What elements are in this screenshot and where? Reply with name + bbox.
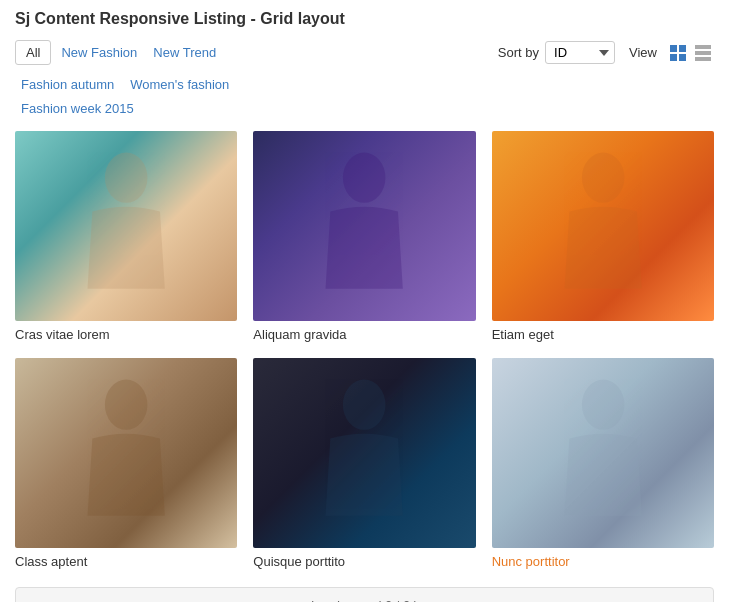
filter-tags-row1: All New Fashion New Trend <box>15 40 498 65</box>
item-image-4 <box>15 358 237 548</box>
svg-rect-4 <box>695 45 711 49</box>
filter-fashion-autumn[interactable]: Fashion autumn <box>15 73 120 96</box>
grid-item-2[interactable]: Aliquam gravida <box>253 131 475 342</box>
svg-rect-6 <box>695 57 711 61</box>
filter-new-trend[interactable]: New Trend <box>147 41 222 64</box>
filter-all-button[interactable]: All <box>15 40 51 65</box>
svg-rect-0 <box>670 45 677 52</box>
load-more-button[interactable]: Load more ( 6 / 6 ) <box>15 587 714 602</box>
filter-tags-row3: Fashion week 2015 <box>15 100 714 116</box>
item-image-1 <box>15 131 237 321</box>
svg-point-7 <box>105 153 148 203</box>
filter-womens-fashion[interactable]: Women's fashion <box>124 73 235 96</box>
svg-point-8 <box>343 153 386 203</box>
item-title-5: Quisque porttito <box>253 554 475 569</box>
svg-rect-2 <box>670 54 677 61</box>
item-title-1: Cras vitae lorem <box>15 327 237 342</box>
item-image-5 <box>253 358 475 548</box>
view-icons <box>667 42 714 64</box>
item-image-2 <box>253 131 475 321</box>
items-grid: Cras vitae loremAliquam gravidaEtiam ege… <box>15 131 714 569</box>
view-label: View <box>629 45 657 60</box>
item-title-4: Class aptent <box>15 554 237 569</box>
filter-tags-row2: Fashion autumn Women's fashion <box>15 73 714 96</box>
item-title-2: Aliquam gravida <box>253 327 475 342</box>
grid-item-3[interactable]: Etiam eget <box>492 131 714 342</box>
toolbar: All New Fashion New Trend Sort by ID Tit… <box>15 40 714 65</box>
page-title: Sj Content Responsive Listing - Grid lay… <box>15 10 714 28</box>
list-view-button[interactable] <box>692 42 714 64</box>
svg-rect-1 <box>679 45 686 52</box>
grid-item-4[interactable]: Class aptent <box>15 358 237 569</box>
svg-point-11 <box>343 380 386 430</box>
sort-select[interactable]: ID Title Date Author <box>545 41 615 64</box>
grid-item-1[interactable]: Cras vitae lorem <box>15 131 237 342</box>
grid-item-5[interactable]: Quisque porttito <box>253 358 475 569</box>
filter-new-fashion[interactable]: New Fashion <box>55 41 143 64</box>
item-title-6: Nunc porttitor <box>492 554 714 569</box>
svg-point-10 <box>105 380 148 430</box>
item-image-6 <box>492 358 714 548</box>
svg-point-9 <box>582 153 625 203</box>
svg-rect-5 <box>695 51 711 55</box>
sort-area: Sort by ID Title Date Author View <box>498 41 714 64</box>
svg-point-12 <box>582 380 625 430</box>
filter-fashion-week-2015[interactable]: Fashion week 2015 <box>15 97 140 120</box>
grid-view-button[interactable] <box>667 42 689 64</box>
item-image-3 <box>492 131 714 321</box>
item-title-3: Etiam eget <box>492 327 714 342</box>
sort-label: Sort by <box>498 45 539 60</box>
svg-rect-3 <box>679 54 686 61</box>
grid-item-6[interactable]: Nunc porttitor <box>492 358 714 569</box>
